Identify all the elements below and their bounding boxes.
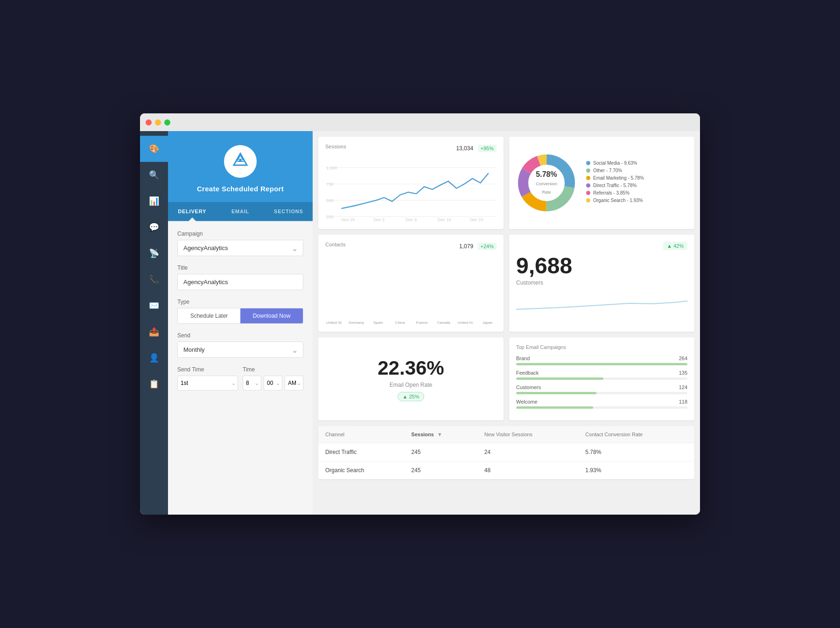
schedule-later-button[interactable]: Schedule Later <box>178 308 240 323</box>
minimize-button[interactable] <box>155 119 161 126</box>
minute-select[interactable]: 00 15 30 45 <box>264 376 282 391</box>
campaign-row-customers: Customers 124 <box>516 384 687 394</box>
sidebar-item-mentions[interactable]: 📡 <box>140 240 168 266</box>
traffic-lights <box>146 119 170 126</box>
campaign-bar-bg-feedback <box>516 377 687 380</box>
tab-email[interactable]: EMAIL <box>216 202 264 221</box>
panel-header: Create Scheduled Report <box>168 131 313 202</box>
send-select-wrapper: Monthly Daily Weekly Quarterly <box>177 342 303 358</box>
sidebar-item-send[interactable]: 📤 <box>140 319 168 345</box>
maximize-button[interactable] <box>164 119 170 126</box>
close-button[interactable] <box>146 119 152 126</box>
send-time-group: Send Time 1st 2nd 3rd <box>177 366 238 391</box>
campaign-value-feedback: 135 <box>679 370 687 376</box>
bar-group-uk: United Ki. <box>456 319 475 325</box>
email-rate-label: Email Open Rate <box>390 382 432 388</box>
donut-label: Conversion Rate <box>536 181 557 195</box>
svg-text:750: 750 <box>326 182 333 187</box>
campaign-value-customers: 124 <box>679 384 687 390</box>
time-group: Time 8 9 10 00 <box>243 366 303 391</box>
bar-label-us: United St. <box>326 321 343 325</box>
svg-text:Dec 2: Dec 2 <box>373 217 385 222</box>
col-sessions[interactable]: Sessions ▼ <box>404 426 477 443</box>
legend-item-email: Email Marketing - 5.78% <box>586 175 687 181</box>
campaign-label: Campaign <box>177 230 303 237</box>
legend-label-referrals: Referrals - 3.85% <box>593 190 630 195</box>
download-now-button[interactable]: Download Now <box>240 308 303 323</box>
campaign-row-welcome: Welcome 118 <box>516 399 687 409</box>
legend-item-direct: Direct Traffic - 5.78% <box>586 183 687 188</box>
legend-label-social: Social Media - 9.63% <box>593 160 637 166</box>
panel-tabs: DELIVERY EMAIL SECTIONS <box>168 202 313 221</box>
mentions-icon: 📡 <box>149 248 159 258</box>
col-conversion: Contact Conversion Rate <box>578 426 694 443</box>
bar-group-es: Spain <box>369 319 387 325</box>
customers-card: ▲ 42% 9,688 Customers <box>509 235 694 332</box>
legend-label-email: Email Marketing - 5.78% <box>593 175 644 181</box>
campaign-name-feedback: Feedback <box>516 370 539 376</box>
title-input[interactable] <box>177 274 303 290</box>
bar-group-jp: Japan <box>478 319 497 325</box>
table-row: Organic Search 245 48 1.93% <box>318 461 694 480</box>
title-bar <box>140 113 700 131</box>
campaign-row-brand: Brand 264 <box>516 356 687 365</box>
sessions-card: Sessions 13,034 +95% 1,000 <box>318 137 504 229</box>
legend-dot-organic <box>586 198 590 202</box>
period-select-wrapper: AM PM <box>285 376 303 391</box>
contacts-value-row: 1,079 +24% <box>459 242 497 250</box>
campaign-group: Campaign AgencyAnalytics <box>177 230 303 256</box>
app-window: 🎨 🔍 📊 💬 📡 📞 ✉️ 📤 <box>140 113 700 515</box>
svg-text:Dec 23: Dec 23 <box>470 217 483 222</box>
bar-label-uk: United Ki. <box>457 321 474 325</box>
bar-chart-area: United St. Germany Spain China <box>325 255 497 325</box>
campaign-bar-feedback <box>516 377 603 380</box>
campaign-select[interactable]: AgencyAnalytics <box>177 240 303 256</box>
sidebar-item-comments[interactable]: 💬 <box>140 214 168 240</box>
app-body: 🎨 🔍 📊 💬 📡 📞 ✉️ 📤 <box>140 131 700 515</box>
campaigns-title: Top Email Campaigns <box>516 344 687 350</box>
sidebar-item-dashboard[interactable]: 🎨 <box>140 136 168 162</box>
legend-item-referrals: Referrals - 3.85% <box>586 190 687 195</box>
campaign-bar-welcome <box>516 406 593 409</box>
logo-circle <box>224 145 257 178</box>
sidebar-item-analytics[interactable]: 📊 <box>140 188 168 214</box>
tab-sections[interactable]: SECTIONS <box>265 202 313 221</box>
cell-conversion-1: 5.78% <box>578 443 694 461</box>
sessions-title: Sessions <box>325 144 346 149</box>
title-label: Title <box>177 265 303 271</box>
sessions-value-row: 13,034 +95% <box>456 144 497 152</box>
campaign-name-brand: Brand <box>516 356 530 361</box>
legend-item-organic: Organic Search - 1.93% <box>586 198 687 203</box>
sidebar-item-phone[interactable]: 📞 <box>140 266 168 293</box>
contacts-title: Contacts <box>325 242 345 247</box>
svg-text:Dec 9: Dec 9 <box>406 217 417 222</box>
day-select[interactable]: 1st 2nd 3rd <box>177 376 238 391</box>
bar-label-de: Germany <box>349 321 364 325</box>
tab-delivery[interactable]: DELIVERY <box>168 202 216 221</box>
email-rate-badge: ▲ 25% <box>398 392 425 401</box>
contacts-card-header: Contacts 1,079 +24% <box>325 242 497 250</box>
sessions-chart: 1,000 750 500 250 Nov 25 Dec 2 Dec 9 Dec… <box>325 157 497 222</box>
period-select[interactable]: AM PM <box>285 376 303 391</box>
send-select[interactable]: Monthly Daily Weekly Quarterly <box>177 342 303 358</box>
legend-label-other: Other - 7.70% <box>593 168 622 173</box>
svg-text:250: 250 <box>326 215 333 219</box>
hour-select[interactable]: 8 9 10 <box>243 376 261 391</box>
contacts-value: 1,079 <box>459 243 473 250</box>
type-label: Type <box>177 299 303 305</box>
day-select-wrapper: 1st 2nd 3rd <box>177 376 238 391</box>
customers-badge: ▲ 42% <box>663 242 687 250</box>
logo-icon <box>231 151 249 172</box>
send-time-label: Send Time <box>177 366 238 373</box>
legend-dot-other <box>586 168 590 173</box>
sort-arrow-sessions: ▼ <box>437 432 442 437</box>
customers-mini-chart <box>516 291 687 314</box>
campaign-name-customers: Customers <box>516 384 541 390</box>
bar-label-es: Spain <box>373 321 383 325</box>
email-rate-number: 22.36% <box>378 357 444 379</box>
sidebar-item-search[interactable]: 🔍 <box>140 162 168 188</box>
cell-conversion-2: 1.93% <box>578 461 694 480</box>
sidebar-item-user[interactable]: 👤 <box>140 345 168 371</box>
sidebar-item-tasks[interactable]: 📋 <box>140 371 168 397</box>
sidebar-item-email[interactable]: ✉️ <box>140 293 168 319</box>
